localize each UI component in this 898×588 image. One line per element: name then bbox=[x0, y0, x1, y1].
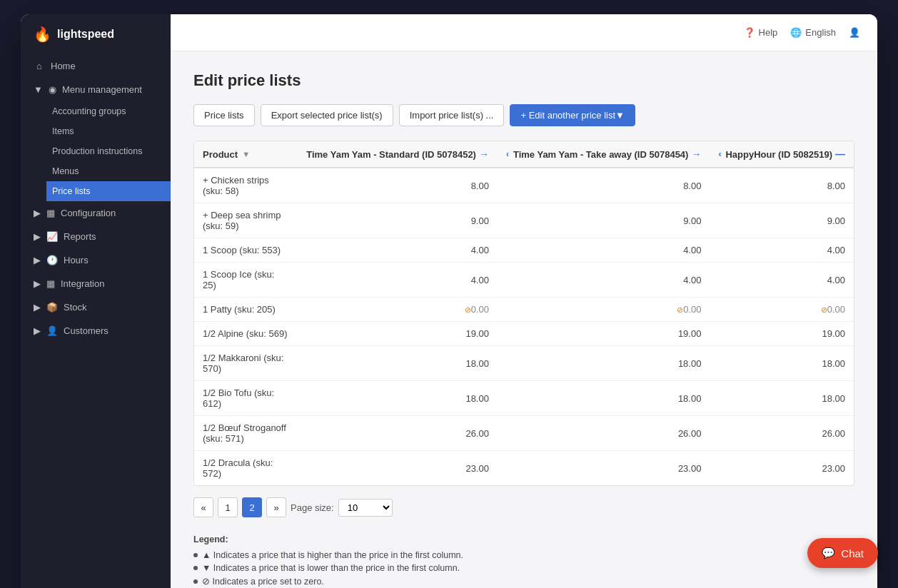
stock-icon: 📦 bbox=[46, 302, 58, 313]
cell-takeaway[interactable]: 19.00 bbox=[498, 322, 710, 346]
cell-product: 1/2 Dracula (sku: 572) bbox=[194, 451, 298, 486]
cell-standard[interactable]: 9.00 bbox=[298, 203, 498, 238]
col-takeaway-nav-right[interactable]: → bbox=[691, 148, 701, 160]
cell-takeaway[interactable]: 26.00 bbox=[498, 416, 710, 451]
pagination-prev[interactable]: « bbox=[193, 497, 213, 517]
sidebar-item-stock[interactable]: ▶ 📦 Stock bbox=[21, 295, 171, 319]
cell-product: 1/2 Bœuf Stroganoff (sku: 571) bbox=[194, 416, 298, 451]
sidebar-item-home[interactable]: ⌂ Home bbox=[21, 54, 171, 78]
cell-standard[interactable]: 23.00 bbox=[298, 451, 498, 486]
customers-expand-icon: ▶ bbox=[34, 325, 41, 336]
sidebar-item-hours-label: Hours bbox=[64, 255, 89, 265]
cell-standard[interactable]: 8.00 bbox=[298, 168, 498, 203]
sidebar-item-hours[interactable]: ▶ 🕐 Hours bbox=[21, 248, 171, 272]
cell-standard[interactable]: 18.00 bbox=[298, 381, 498, 416]
col-takeaway-chevron-left[interactable]: ‹ bbox=[506, 149, 509, 159]
help-label: Help bbox=[759, 27, 778, 38]
pagination-next[interactable]: » bbox=[266, 497, 286, 517]
col-standard-nav-left[interactable]: → bbox=[479, 148, 489, 160]
cell-happyhour[interactable]: ⊘0.00 bbox=[710, 298, 854, 322]
pagination-page1[interactable]: 1 bbox=[218, 497, 238, 517]
legend-dot bbox=[193, 579, 198, 584]
sidebar-item-menus-label: Menus bbox=[52, 166, 79, 176]
config-icon: ▦ bbox=[46, 208, 55, 218]
pagination-page2[interactable]: 2 bbox=[242, 497, 262, 517]
sidebar-item-production-instructions[interactable]: Production instructions bbox=[46, 141, 171, 161]
logo-text: lightspeed bbox=[57, 28, 114, 41]
table-row: + Chicken strips (sku: 58)8.008.008.00 bbox=[194, 168, 854, 203]
cell-happyhour[interactable]: 4.00 bbox=[710, 238, 854, 263]
hours-expand-icon: ▶ bbox=[34, 255, 41, 265]
cell-takeaway[interactable]: 8.00 bbox=[498, 168, 710, 203]
price-lists-button[interactable]: Price lists bbox=[193, 104, 255, 126]
menu-mgmt-icon: ▼ bbox=[34, 84, 43, 95]
toolbar: Price lists Export selected price list(s… bbox=[193, 104, 854, 126]
sidebar-item-stock-label: Stock bbox=[64, 302, 87, 313]
cell-standard[interactable]: 18.00 bbox=[298, 346, 498, 381]
cell-takeaway[interactable]: 23.00 bbox=[498, 451, 710, 486]
chat-button[interactable]: 💬 Chat bbox=[807, 538, 878, 568]
sidebar-item-menu-management-label: Menu management bbox=[62, 84, 142, 95]
hours-icon: 🕐 bbox=[46, 255, 58, 265]
menu-management-submenu: Accounting groups Items Production instr… bbox=[21, 101, 171, 201]
cell-product: 1 Scoop (sku: 553) bbox=[194, 238, 298, 263]
language-icon: 🌐 bbox=[790, 27, 802, 38]
export-button[interactable]: Export selected price list(s) bbox=[261, 104, 393, 126]
cell-takeaway[interactable]: 4.00 bbox=[498, 238, 710, 263]
cell-happyhour[interactable]: 18.00 bbox=[710, 346, 854, 381]
edit-another-button[interactable]: + Edit another price list▼ bbox=[510, 104, 635, 126]
reports-expand-icon: ▶ bbox=[34, 231, 41, 242]
legend-item: ⊘ Indicates a price set to zero. bbox=[193, 574, 854, 588]
import-button[interactable]: Import price list(s) ... bbox=[399, 104, 505, 126]
config-expand-icon: ▶ bbox=[34, 208, 41, 218]
home-icon: ⌂ bbox=[34, 61, 45, 71]
language-switcher[interactable]: 🌐 English bbox=[790, 27, 836, 38]
chat-label: Chat bbox=[841, 547, 864, 559]
sidebar-item-customers-label: Customers bbox=[64, 325, 109, 336]
cell-product: 1 Scoop Ice (sku: 25) bbox=[194, 263, 298, 298]
sidebar-item-reports-label: Reports bbox=[64, 231, 96, 242]
table-row: 1 Scoop (sku: 553)4.004.004.00 bbox=[194, 238, 854, 263]
cell-standard[interactable]: 4.00 bbox=[298, 238, 498, 263]
help-button[interactable]: ❓ Help bbox=[744, 27, 778, 38]
sidebar-item-menu-management[interactable]: ▼ ◉ Menu management bbox=[21, 78, 171, 101]
cell-takeaway[interactable]: 18.00 bbox=[498, 381, 710, 416]
cell-happyhour[interactable]: 18.00 bbox=[710, 381, 854, 416]
sidebar-item-configuration[interactable]: ▶ ▦ Configuration bbox=[21, 201, 171, 225]
cell-standard[interactable]: 26.00 bbox=[298, 416, 498, 451]
sidebar-item-accounting-groups[interactable]: Accounting groups bbox=[46, 101, 171, 121]
stock-expand-icon: ▶ bbox=[34, 302, 41, 313]
cell-happyhour[interactable]: 23.00 bbox=[710, 451, 854, 486]
cell-happyhour[interactable]: 9.00 bbox=[710, 203, 854, 238]
sidebar-item-integration[interactable]: ▶ ▦ Integration bbox=[21, 272, 171, 295]
sidebar-item-items[interactable]: Items bbox=[46, 121, 171, 141]
table-row: 1/2 Makkaroni (sku: 570)18.0018.0018.00 bbox=[194, 346, 854, 381]
user-menu[interactable]: 👤 bbox=[849, 27, 860, 38]
col-happyhour-chevron-left[interactable]: ‹ bbox=[718, 149, 721, 159]
cell-happyhour[interactable]: 19.00 bbox=[710, 322, 854, 346]
sidebar-item-customers[interactable]: ▶ 👤 Customers bbox=[21, 319, 171, 343]
logo[interactable]: 🔥 lightspeed bbox=[21, 14, 171, 54]
cell-takeaway[interactable]: 4.00 bbox=[498, 263, 710, 298]
cell-standard[interactable]: 19.00 bbox=[298, 322, 498, 346]
col-happyhour-nav[interactable]: — bbox=[835, 148, 845, 160]
user-icon: 👤 bbox=[849, 27, 860, 38]
cell-takeaway[interactable]: 9.00 bbox=[498, 203, 710, 238]
cell-happyhour[interactable]: 8.00 bbox=[710, 168, 854, 203]
legend-dot bbox=[193, 566, 198, 570]
sidebar-item-menus[interactable]: Menus bbox=[46, 161, 171, 181]
cell-standard[interactable]: ⊘0.00 bbox=[298, 298, 498, 322]
sidebar-item-price-lists[interactable]: Price lists bbox=[46, 181, 171, 201]
cell-happyhour[interactable]: 4.00 bbox=[710, 263, 854, 298]
cell-standard[interactable]: 4.00 bbox=[298, 263, 498, 298]
page-title: Edit price lists bbox=[193, 71, 854, 90]
cell-takeaway[interactable]: ⊘0.00 bbox=[498, 298, 710, 322]
page-size-select[interactable]: 10 25 50 100 bbox=[338, 499, 393, 517]
sidebar-item-reports[interactable]: ▶ 📈 Reports bbox=[21, 225, 171, 248]
cell-product: 1/2 Alpine (sku: 569) bbox=[194, 322, 298, 346]
filter-icon[interactable]: ▼ bbox=[242, 150, 250, 158]
cell-happyhour[interactable]: 26.00 bbox=[710, 416, 854, 451]
legend: Legend: ▲ Indicates a price that is high… bbox=[193, 534, 854, 588]
cell-product: + Chicken strips (sku: 58) bbox=[194, 168, 298, 203]
cell-takeaway[interactable]: 18.00 bbox=[498, 346, 710, 381]
